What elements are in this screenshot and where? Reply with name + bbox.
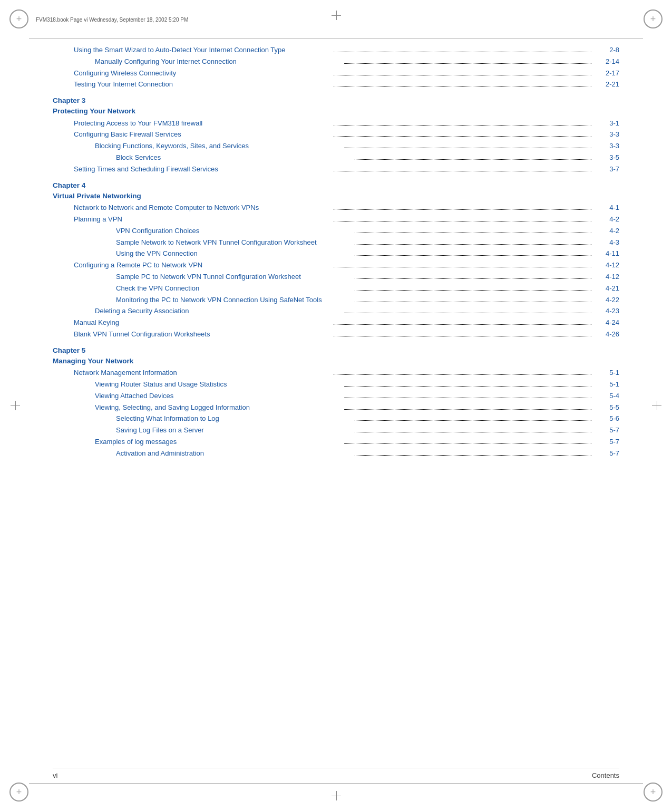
page-num-8: 3-5 xyxy=(593,152,619,163)
page-num-27: 5-7 xyxy=(593,425,619,436)
dots-24 xyxy=(344,398,592,398)
toc-content: Using the Smart Wizard to Auto-Detect Yo… xyxy=(53,45,619,748)
entry-text-11: Planning a VPN xyxy=(74,214,332,225)
bottom-rule xyxy=(29,783,643,784)
page: FVM318.book Page vi Wednesday, September… xyxy=(0,0,672,811)
reg-mark-left xyxy=(11,401,20,410)
toc-entry-8: Block Services 3-5 xyxy=(116,152,619,163)
chapter-3-num: Chapter 3 xyxy=(53,95,619,106)
dots-23 xyxy=(344,386,592,387)
dots-20 xyxy=(334,324,592,325)
chapter-4-title: Virtual Private Networking xyxy=(53,191,619,201)
corner-mark-tr xyxy=(644,9,663,28)
page-num-15: 4-12 xyxy=(593,260,619,271)
page-num-21: 4-26 xyxy=(593,329,619,340)
entry-text-21: Blank VPN Tunnel Configuration Worksheet… xyxy=(74,329,332,340)
dots-7 xyxy=(344,148,592,148)
dots-28 xyxy=(344,443,592,444)
entry-text-1: Using the Smart Wizard to Auto-Detect Yo… xyxy=(74,45,332,56)
dots-5 xyxy=(334,125,592,125)
reg-mark-top xyxy=(332,11,341,20)
toc-entry-28: Examples of log messages 5-7 xyxy=(95,437,619,448)
page-num-23: 5-1 xyxy=(593,379,619,390)
toc-entry-29: Activation and Administration 5-7 xyxy=(116,448,619,459)
page-num-29: 5-7 xyxy=(593,448,619,459)
page-num-10: 4-1 xyxy=(593,202,619,214)
entry-text-3: Configuring Wireless Connectivity xyxy=(74,68,332,79)
toc-entry-20: Manual Keying 4-24 xyxy=(74,317,619,329)
dots-18 xyxy=(355,302,592,302)
entry-text-25: Viewing, Selecting, and Saving Logged In… xyxy=(95,402,343,413)
page-num-25: 5-5 xyxy=(593,402,619,413)
toc-entry-6: Configuring Basic Firewall Services 3-3 xyxy=(74,129,619,140)
dots-6 xyxy=(334,136,592,137)
entry-text-28: Examples of log messages xyxy=(95,437,343,448)
toc-entry-22: Network Management Information 5-1 xyxy=(74,368,619,379)
page-num-18: 4-22 xyxy=(593,295,619,306)
reg-mark-bottom xyxy=(332,791,341,800)
entry-text-4: Testing Your Internet Connection xyxy=(74,79,332,90)
toc-entry-15: Configuring a Remote PC to Network VPN 4… xyxy=(74,260,619,271)
dots-10 xyxy=(334,209,592,210)
corner-mark-tl xyxy=(9,9,28,28)
page-num-17: 4-21 xyxy=(593,283,619,294)
entry-text-27: Saving Log Files on a Server xyxy=(116,425,353,436)
dots-25 xyxy=(344,409,592,410)
toc-entry-23: Viewing Router Status and Usage Statisti… xyxy=(95,379,619,390)
dots-26 xyxy=(355,420,592,421)
dots-4 xyxy=(334,86,592,86)
entry-text-7: Blocking Functions, Keywords, Sites, and… xyxy=(95,141,343,152)
footer-page-num: vi xyxy=(53,771,57,779)
dots-17 xyxy=(355,290,592,291)
toc-entry-12: VPN Configuration Choices 4-2 xyxy=(116,226,619,237)
entry-text-15: Configuring a Remote PC to Network VPN xyxy=(74,260,332,271)
page-num-2: 2-14 xyxy=(593,56,619,67)
entry-text-26: Selecting What Information to Log xyxy=(116,413,353,424)
chapter-3-heading: Chapter 3 Protecting Your Network xyxy=(53,95,619,117)
chapter-5-title: Managing Your Network xyxy=(53,356,619,366)
dots-16 xyxy=(355,278,592,279)
toc-entry-5: Protecting Access to Your FVM318 firewal… xyxy=(74,118,619,129)
entry-text-10: Network to Network and Remote Computer t… xyxy=(74,202,332,214)
dots-3 xyxy=(334,75,592,75)
entry-text-5: Protecting Access to Your FVM318 firewal… xyxy=(74,118,332,129)
page-num-19: 4-23 xyxy=(593,306,619,317)
page-num-5: 3-1 xyxy=(593,118,619,129)
chapter-3-title: Protecting Your Network xyxy=(53,106,619,117)
toc-entry-17: Check the VPN Connection 4-21 xyxy=(116,283,619,294)
toc-entry-19: Deleting a Security Association 4-23 xyxy=(95,306,619,317)
entry-text-2: Manually Configuring Your Internet Conne… xyxy=(95,56,343,67)
dots-9 xyxy=(334,171,592,171)
toc-entry-25: Viewing, Selecting, and Saving Logged In… xyxy=(95,402,619,413)
dots-29 xyxy=(355,455,592,456)
chapter-5-num: Chapter 5 xyxy=(53,345,619,356)
file-info: FVM318.book Page vi Wednesday, September… xyxy=(36,17,188,23)
entry-text-24: Viewing Attached Devices xyxy=(95,391,343,402)
page-num-11: 4-2 xyxy=(593,214,619,225)
toc-entry-2: Manually Configuring Your Internet Conne… xyxy=(95,56,619,67)
dots-21 xyxy=(334,336,592,336)
top-rule xyxy=(29,38,643,38)
page-num-24: 5-4 xyxy=(593,391,619,402)
page-num-22: 5-1 xyxy=(593,368,619,379)
page-num-13: 4-3 xyxy=(593,237,619,248)
entry-text-13: Sample Network to Network VPN Tunnel Con… xyxy=(116,237,353,248)
footer-section-label: Contents xyxy=(592,771,619,779)
toc-entry-21: Blank VPN Tunnel Configuration Worksheet… xyxy=(74,329,619,340)
chapter-4-heading: Chapter 4 Virtual Private Networking xyxy=(53,180,619,202)
dots-13 xyxy=(355,244,592,245)
dots-12 xyxy=(355,233,592,233)
reg-mark-right xyxy=(652,401,661,410)
page-num-3: 2-17 xyxy=(593,68,619,79)
corner-mark-br xyxy=(644,783,663,802)
entry-text-17: Check the VPN Connection xyxy=(116,283,353,294)
page-num-4: 2-21 xyxy=(593,79,619,90)
toc-entry-3: Configuring Wireless Connectivity 2-17 xyxy=(74,68,619,79)
entry-text-29: Activation and Administration xyxy=(116,448,353,459)
entry-text-6: Configuring Basic Firewall Services xyxy=(74,129,332,140)
entry-text-12: VPN Configuration Choices xyxy=(116,226,353,237)
toc-entry-4: Testing Your Internet Connection 2-21 xyxy=(74,79,619,90)
corner-mark-bl xyxy=(9,783,28,802)
toc-entry-16: Sample PC to Network VPN Tunnel Configur… xyxy=(116,272,619,283)
entry-text-16: Sample PC to Network VPN Tunnel Configur… xyxy=(116,272,353,283)
